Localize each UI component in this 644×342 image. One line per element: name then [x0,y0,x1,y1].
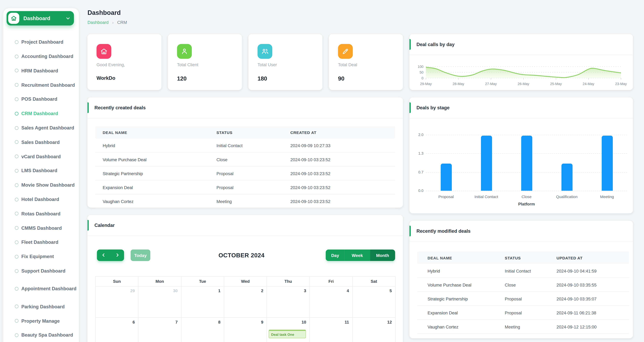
sidebar-item-movie-show-dashboard[interactable]: Movie Show Dashboard [3,178,79,192]
calendar-day-cell[interactable]: 4 [310,286,353,318]
sidebar-item-pos-dashboard[interactable]: POS Dashboard [3,92,79,107]
table-row: Volume Purchase DealClose2024-09-10 03:3… [417,278,629,292]
sidebar-menu-dashboard[interactable]: Dashboard [6,11,74,26]
calendar-day-cell[interactable]: 1 [181,286,224,318]
sidebar-item-beauty-spa-dashboard[interactable]: Beauty Spa Dashboard [3,328,79,342]
table-cell: Strategic Partnership [95,171,216,176]
calendar-date: 7 [176,320,178,324]
sidebar-item-fix-equipment[interactable]: Fix Equipment [3,249,79,264]
calendar-day-cell[interactable]: 2 [224,286,267,318]
calendar-weekday: Wed [224,276,267,286]
sidebar-item-sales-agent-dashboard[interactable]: Sales Agent Dashboard [3,121,79,135]
sidebar-item-label: Beauty Spa Dashboard [22,332,73,338]
stat-value: 120 [177,75,186,82]
recently-modified-deals-table: DEAL NAMESTATUSUPDATED ATHybridInitial C… [417,251,629,334]
sidebar-item-support-dashboard[interactable]: Support Dashboard [3,264,79,278]
stat-value: WorkDo [96,75,115,81]
y-axis-tick-label: 50 [411,70,424,75]
calendar-week-row: 678910Deal task One1112 [96,318,396,342]
circle-bullet-icon [15,255,18,258]
user-icon [177,44,192,59]
x-axis-tick-label: Qualification [548,194,586,199]
sidebar-item-project-dashboard[interactable]: Project Dashboard [3,35,79,49]
sidebar-item-label: Movie Show Dashboard [22,182,75,188]
calendar-day-cell[interactable]: 5 [353,286,396,318]
sidebar-item-vcard-dashboard[interactable]: vCard Dashboard [3,149,79,164]
breadcrumb-separator: › [112,20,114,25]
table-cell: Proposal [505,310,556,315]
table-column-header: CREATED AT [290,130,395,135]
x-axis-tick-label: 23-May [610,82,632,86]
sidebar-item-lms-dashboard[interactable]: LMS Dashboard [3,164,79,178]
table-cell: Close [505,282,556,287]
calendar-day-cell[interactable]: 3 [267,286,310,318]
calendar-today-button[interactable]: Today [131,249,150,261]
panel-title: Recently created deals [94,97,146,118]
sidebar-item-property-manage[interactable]: Property Manage [3,314,79,328]
table-row: Vaughan CortezMeeting2024-09-12 12:15:00 [417,320,629,334]
home-icon [8,13,19,24]
pencil-icon [338,44,353,59]
sidebar-item-fleet-dashboard[interactable]: Fleet Dashboard [3,235,79,249]
calendar-prev-button[interactable] [97,249,110,261]
circle-bullet-icon [15,169,18,173]
table-row: Volume Purchase DealClose2024-09-10 03:2… [95,153,395,166]
calendar-day-cell[interactable]: 7 [138,318,181,342]
sidebar-item-rotas-dashboard[interactable]: Rotas Dashboard [3,207,79,221]
sidebar-item-accounting-dashboard[interactable]: Accounting Dashboard [3,49,79,64]
breadcrumb-current: CRM [117,20,127,25]
sidebar-item-list: Project DashboardAccounting DashboardHRM… [3,8,79,342]
calendar-event-deal-task-one[interactable]: Deal task One [268,329,306,338]
calendar-day-cell[interactable]: 10Deal task One [267,318,310,342]
table-cell: 2024-09-12 12:15:00 [556,324,629,329]
breadcrumb: Dashboard › CRM [88,20,127,25]
calendar-day-cell[interactable]: 29 [96,286,138,318]
sidebar-item-crm-dashboard[interactable]: CRM Dashboard [3,107,79,121]
sidebar-item-sales-dashboard[interactable]: Sales Dashboard [3,135,79,149]
table-cell: Volume Purchase Deal [95,157,216,162]
calendar-view-month-button[interactable]: Month [370,249,395,261]
y-axis-tick-label: 0.0 [411,189,424,193]
table-header-row: DEAL NAMESTATUSUPDATED AT [417,251,629,264]
sidebar-item-label: Sales Agent Dashboard [22,125,74,131]
calendar-day-cell[interactable]: 6 [96,318,138,342]
calendar-day-cell[interactable]: 12 [353,318,396,342]
table-cell: 2024-09-10 03:23:52 [290,199,395,204]
calendar-day-cell[interactable]: 30 [138,286,181,318]
circle-bullet-icon [15,226,18,230]
circle-bullet-icon [15,112,18,116]
calendar-weekday: Fri [310,276,353,286]
sidebar-item-parking-dashboard[interactable]: Parking Dashboard [3,299,79,314]
stat-label: Total Deal [338,62,357,67]
table-row: HybridInitial Contact2024-09-09 10:27:33 [95,139,395,152]
calendar-day-cell[interactable]: 11 [310,318,353,342]
table-row: HybridInitial Contact2024-09-10 04:41:59 [417,264,629,278]
sidebar-item-label: POS Dashboard [22,96,58,102]
y-axis-tick-label: 0 [411,76,424,80]
calendar-next-button[interactable] [110,249,124,261]
sidebar-item-hotel-dashboard[interactable]: Hotel Dashboard [3,192,79,207]
stat-value: 180 [258,75,267,82]
accent-bar [88,220,89,231]
calendar-day-cell[interactable]: 9 [224,318,267,342]
calendar-day-cell[interactable]: 8 [181,318,224,342]
sidebar-item-cmms-dashboard[interactable]: CMMS Dashboard [3,221,79,235]
sidebar-item-label: Sales Dashboard [22,139,60,145]
calendar-view-day-button[interactable]: Day [326,249,345,261]
calendar-view-week-button[interactable]: Week [344,249,370,261]
chevron-left-icon [102,252,106,258]
sidebar-item-appointment-dashboard[interactable]: Appointment Dashboard [3,278,79,299]
table-column-header: STATUS [216,130,290,135]
table-row: Expansion DealProposal2024-09-10 03:23:5… [95,180,395,194]
sidebar-item-recruitment-dashboard[interactable]: Recruitment Dashboard [3,78,79,92]
sidebar-item-label: vCard Dashboard [22,154,61,160]
breadcrumb-dashboard-link[interactable]: Dashboard [88,20,108,25]
sidebar-item-hrm-dashboard[interactable]: HRM Dashboard [3,64,79,78]
calendar-month-title: OCTOBER 2024 [194,249,289,261]
area-chart-canvas [426,60,621,80]
y-axis-tick-label: 1.3 [411,151,424,156]
sidebar-item-label: Fleet Dashboard [22,239,58,245]
y-axis-tick-label: 0.7 [411,170,424,174]
table-cell: Expansion Deal [95,185,216,190]
calendar-nav-group [97,249,124,261]
